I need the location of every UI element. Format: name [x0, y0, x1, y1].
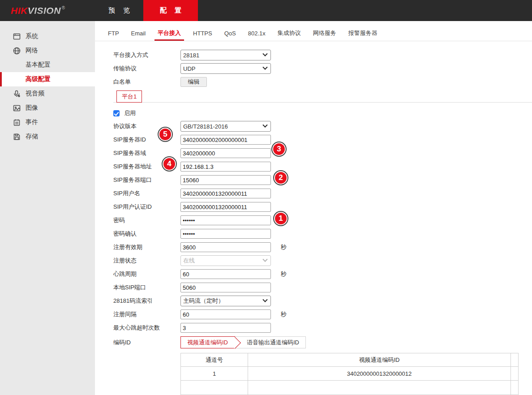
- password-confirm-input[interactable]: [180, 229, 271, 239]
- enable-label: 启用: [124, 109, 136, 117]
- reg-interval-input[interactable]: [180, 309, 271, 319]
- audio-output-channel-encoding-tab[interactable]: 语音输出通道编码ID: [235, 336, 306, 348]
- encoding-id-tabs: 视频通道编码ID 语音输出通道编码ID: [180, 336, 306, 348]
- encoding-id-row: 编码ID 视频通道编码ID 语音输出通道编码ID: [113, 336, 532, 348]
- sip-username-input[interactable]: [180, 189, 271, 198]
- sip-auth-id-input[interactable]: [180, 202, 271, 212]
- reg-validity-input[interactable]: [180, 242, 271, 252]
- main-content: FTP Email 平台接入 HTTPS QoS 802.1x 集成协议 网络服…: [95, 21, 532, 395]
- form-row-max-heartbeat-timeout: 最大心跳超时次数: [113, 321, 532, 335]
- annotation-badge-2: 2: [274, 171, 287, 185]
- form-row-local-sip-port: 本地SIP端口: [113, 281, 532, 294]
- sidebar-item-label: 网络: [26, 47, 38, 55]
- access-mode-select[interactable]: 28181: [180, 50, 271, 60]
- platform1-tab[interactable]: 平台1: [116, 90, 142, 103]
- form-row-access-mode: 平台接入方式 28181: [113, 48, 532, 62]
- heartbeat-label: 心跳周期: [113, 270, 180, 278]
- tab-8021x[interactable]: 802.1x: [248, 26, 266, 41]
- sip-server-port-input[interactable]: [180, 175, 271, 185]
- logo-registered-mark: ®: [62, 5, 65, 10]
- chevron-down-icon: [262, 65, 267, 70]
- window-icon: [13, 32, 21, 41]
- table-row-empty: [181, 381, 519, 395]
- logo-vision: VISION: [28, 5, 61, 16]
- password-label: 密码: [113, 216, 180, 224]
- protocol-version-value: GB/T28181-2016: [183, 123, 228, 130]
- sip-auth-id-label: SIP用户认证ID: [113, 203, 180, 211]
- sidebar: 系统 网络 基本配置 高级配置 视音频 图像 事件 存储: [0, 21, 95, 395]
- max-heartbeat-timeout-label: 最大心跳超时次数: [113, 324, 180, 332]
- reg-status-select: 在线: [180, 255, 271, 266]
- form-row-password: 密码: [113, 214, 532, 227]
- sip-server-id-input[interactable]: [180, 135, 271, 145]
- reg-status-label: 注册状态: [113, 257, 180, 265]
- form-row-reg-interval: 注册间隔 秒: [113, 308, 532, 321]
- sip-server-address-input[interactable]: [180, 162, 271, 172]
- protocol-version-label: 协议版本: [113, 122, 180, 130]
- heartbeat-input[interactable]: [180, 269, 271, 279]
- sip-server-domain-label: SIP服务器域: [113, 149, 180, 157]
- sip-server-domain-input[interactable]: [180, 148, 271, 158]
- form-row-reg-status: 注册状态 在线: [113, 254, 532, 267]
- seconds-suffix: 秒: [281, 270, 287, 278]
- sip-server-port-label: SIP服务器端口: [113, 176, 180, 184]
- sidebar-item-storage[interactable]: 存储: [0, 129, 95, 144]
- platform-tab-bar: 平台1: [113, 90, 532, 103]
- whitelist-edit-button[interactable]: 编辑: [180, 77, 207, 87]
- storage-icon: [13, 133, 21, 141]
- table-row[interactable]: 1 34020000001320000012: [181, 367, 519, 381]
- tab-email[interactable]: Email: [131, 26, 146, 41]
- form-row-password-confirm: 密码确认: [113, 227, 532, 240]
- tab-qos[interactable]: QoS: [224, 26, 236, 41]
- enable-checkbox[interactable]: [113, 110, 120, 116]
- annotation-badge-4: 4: [163, 157, 176, 171]
- password-input[interactable]: [180, 215, 271, 225]
- empty-cell: [248, 381, 511, 395]
- sidebar-item-event[interactable]: 事件: [0, 115, 95, 129]
- chevron-down-icon: [262, 52, 267, 56]
- sidebar-item-video-audio[interactable]: 视音频: [0, 86, 95, 101]
- sidebar-item-image[interactable]: 图像: [0, 101, 95, 115]
- local-sip-port-input[interactable]: [180, 283, 271, 292]
- globe-icon: [13, 47, 21, 55]
- max-heartbeat-timeout-input[interactable]: [180, 323, 271, 333]
- tab-integration-protocol[interactable]: 集成协议: [278, 26, 301, 41]
- table-header-row: 通道号 视频通道编码ID: [181, 353, 519, 367]
- tab-network-service[interactable]: 网络服务: [313, 26, 336, 41]
- form-row-transport: 传输协议 UDP: [113, 62, 532, 75]
- channel-no-header: 通道号: [181, 353, 248, 367]
- protocol-version-select[interactable]: GB/T28181-2016: [180, 121, 271, 132]
- form-row-sip-server-port: SIP服务器端口: [113, 173, 532, 187]
- tab-alarm-server[interactable]: 报警服务器: [348, 26, 378, 41]
- sidebar-item-network[interactable]: 网络: [0, 43, 95, 58]
- video-channel-encoding-tab[interactable]: 视频通道编码ID: [180, 336, 235, 348]
- topnav-config[interactable]: 配 置: [143, 0, 198, 21]
- reg-status-value: 在线: [183, 257, 195, 265]
- sidebar-item-advanced-config[interactable]: 高级配置: [0, 72, 95, 86]
- sidebar-item-label: 高级配置: [26, 75, 51, 83]
- transport-label: 传输协议: [113, 64, 180, 73]
- tab-https[interactable]: HTTPS: [193, 26, 212, 41]
- topnav-preview[interactable]: 预 览: [95, 0, 143, 21]
- sidebar-item-label: 事件: [26, 118, 38, 126]
- sidebar-item-system[interactable]: 系统: [0, 29, 95, 43]
- channel-no-cell: 1: [181, 367, 248, 381]
- sidebar-item-label: 图像: [26, 104, 38, 112]
- sidebar-item-label: 存储: [26, 133, 38, 141]
- transport-select[interactable]: UDP: [180, 63, 271, 74]
- seconds-suffix: 秒: [281, 310, 287, 318]
- access-mode-value: 28181: [183, 52, 199, 59]
- tab-platform-access[interactable]: 平台接入: [158, 26, 181, 41]
- top-bar: HIKVISION® 预 览 配 置: [0, 0, 532, 21]
- chevron-down-icon: [262, 297, 267, 302]
- sidebar-item-basic-config[interactable]: 基本配置: [0, 58, 95, 72]
- microphone-icon: [13, 90, 21, 98]
- sidebar-item-label: 系统: [26, 32, 38, 40]
- video-encoding-id-cell: 34020000001320000012: [248, 367, 511, 381]
- spacer-cell: [511, 367, 519, 381]
- stream-index-select[interactable]: 主码流（定时）: [180, 296, 271, 306]
- form-row-heartbeat: 心跳周期 秒: [113, 267, 532, 281]
- annotation-badge-3: 3: [272, 142, 286, 156]
- channel-encoding-table: 通道号 视频通道编码ID 1 34020000001320000012: [180, 353, 519, 395]
- tab-ftp[interactable]: FTP: [108, 26, 119, 41]
